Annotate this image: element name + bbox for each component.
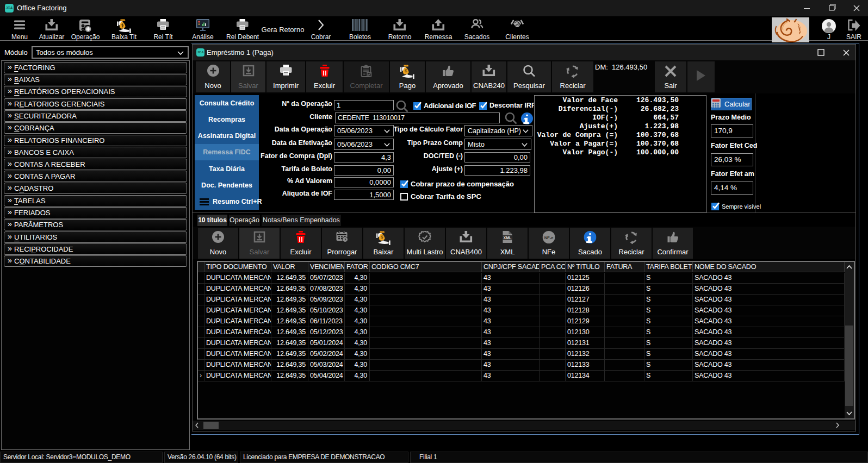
- svg-text:NF-e: NF-e: [544, 235, 554, 240]
- svg-text:XML: XML: [504, 236, 512, 240]
